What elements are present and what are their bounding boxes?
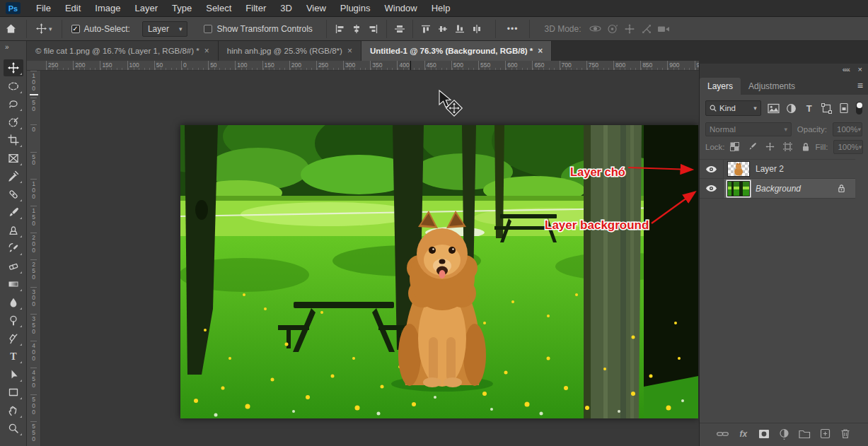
toolbar-expand-icon[interactable]: » <box>0 41 26 59</box>
object-selection-tool[interactable] <box>4 114 23 131</box>
path-selection-tool[interactable] <box>4 366 23 383</box>
marquee-tool[interactable] <box>4 78 23 95</box>
zoom-tool[interactable] <box>4 420 23 437</box>
move-tool-preset-button[interactable]: ▾ <box>31 19 57 39</box>
more-options-button[interactable]: ••• <box>500 24 526 34</box>
menu-item[interactable]: Layer <box>128 0 166 17</box>
close-tab-icon[interactable]: × <box>538 46 543 56</box>
history-brush-tool[interactable] <box>4 240 23 257</box>
filter-toggle-switch[interactable] <box>856 102 862 115</box>
move-tool[interactable] <box>4 59 23 76</box>
filter-smart-objects-icon[interactable] <box>838 102 850 115</box>
3d-camera-icon[interactable] <box>655 21 672 37</box>
3d-roll-icon[interactable] <box>604 21 621 37</box>
menu-item[interactable]: Select <box>199 0 238 17</box>
3d-slide-icon[interactable] <box>638 21 655 37</box>
lock-transparency-icon[interactable] <box>729 141 741 153</box>
3d-pan-icon[interactable] <box>621 21 638 37</box>
layer-row-background[interactable]: Background <box>700 179 855 199</box>
delete-layer-button[interactable] <box>840 428 852 440</box>
menu-item[interactable]: Plugins <box>333 0 378 17</box>
menu-item[interactable]: Filter <box>238 0 273 17</box>
filter-adjustment-layers-icon[interactable] <box>786 102 797 115</box>
layer-row-layer2[interactable]: Layer 2 <box>700 159 855 179</box>
blend-mode-dropdown[interactable]: Normal ▾ <box>705 122 792 136</box>
visibility-toggle-background[interactable] <box>700 179 724 198</box>
3d-orbit-icon[interactable] <box>587 21 604 37</box>
horizontal-ruler[interactable]: 2502001501005005010015020025030035040045… <box>27 61 699 71</box>
close-tab-icon[interactable]: × <box>204 46 209 56</box>
lock-position-icon[interactable] <box>765 141 776 153</box>
ruler-tick-label: 650 <box>532 61 559 70</box>
align-right-edges-button[interactable] <box>365 21 382 37</box>
distribute-vertical-centers-button[interactable] <box>391 21 408 37</box>
menu-item[interactable]: Help <box>424 0 458 17</box>
filter-pixel-layers-icon[interactable] <box>768 102 780 115</box>
lock-all-icon[interactable] <box>800 141 811 153</box>
type-tool[interactable]: T <box>4 348 23 365</box>
frame-tool[interactable] <box>4 150 23 167</box>
hand-tool[interactable] <box>4 402 23 419</box>
gradient-tool[interactable] <box>4 276 23 293</box>
menu-item[interactable]: Edit <box>58 0 88 17</box>
document-tab[interactable]: © file cat 1.png @ 16.7% (Layer 1, RGB/8… <box>27 41 219 61</box>
spot-healing-brush-tool[interactable] <box>4 186 23 203</box>
filter-type-layers-icon[interactable]: T <box>804 102 815 115</box>
eyedropper-tool[interactable] <box>4 168 23 184</box>
align-bottom-edges-button[interactable] <box>451 21 468 37</box>
brush-tool[interactable] <box>4 204 23 221</box>
menu-item[interactable]: Type <box>165 0 199 17</box>
close-panel-icon[interactable]: × <box>858 65 862 74</box>
auto-select-target-dropdown[interactable]: Layer ▾ <box>142 21 188 37</box>
fill-field[interactable]: 100% ▾ <box>833 140 863 154</box>
layer-name-background[interactable]: Background <box>756 184 801 194</box>
filter-shape-layers-icon[interactable] <box>821 102 833 115</box>
eraser-tool[interactable] <box>4 258 23 275</box>
document-tab[interactable]: hinh anh.jpg @ 25.3% (RGB/8*) × <box>219 41 361 61</box>
lock-artboard-icon[interactable] <box>782 141 794 153</box>
new-layer-button[interactable] <box>820 428 831 440</box>
show-transform-controls-checkbox[interactable]: Show Transform Controls <box>199 19 317 39</box>
opacity-field[interactable]: 100% ▾ <box>833 122 862 136</box>
menu-item[interactable]: File <box>29 0 58 17</box>
align-vertical-centers-button[interactable] <box>434 21 451 37</box>
align-horizontal-centers-button[interactable] <box>348 21 365 37</box>
layer-effects-button[interactable]: fx <box>738 428 749 440</box>
home-button[interactable] <box>0 19 22 39</box>
collapse-panel-icon[interactable]: «« <box>843 65 850 74</box>
menu-item[interactable]: 3D <box>273 0 299 17</box>
pen-tool[interactable] <box>4 330 23 347</box>
add-layer-mask-button[interactable] <box>758 428 770 440</box>
lasso-tool[interactable] <box>4 95 23 112</box>
menu-item[interactable]: Window <box>377 0 424 17</box>
blur-tool[interactable] <box>4 294 23 311</box>
clone-stamp-tool[interactable] <box>4 222 23 239</box>
ruler-tick-label: 550 <box>478 61 505 70</box>
layer-thumbnail-layer2[interactable] <box>727 161 750 177</box>
visibility-toggle-layer2[interactable] <box>700 160 724 178</box>
ruler-tick-label: 350 <box>370 61 397 70</box>
document-tab[interactable]: Untitled-1 @ 76.3% (Background, RGB/8) *… <box>361 41 552 61</box>
rectangle-tool[interactable] <box>4 384 23 401</box>
tab-layers[interactable]: Layers <box>700 78 741 95</box>
new-group-button[interactable] <box>799 428 811 440</box>
link-layers-button[interactable] <box>717 428 729 440</box>
layer-name-layer2[interactable]: Layer 2 <box>756 164 784 174</box>
distribute-horizontal-centers-button[interactable] <box>468 21 485 37</box>
filter-kind-dropdown[interactable]: Kind ▾ <box>705 100 761 116</box>
lock-pixels-icon[interactable] <box>747 141 758 153</box>
align-top-edges-button[interactable] <box>417 21 434 37</box>
canvas-image[interactable] <box>180 125 698 418</box>
layer-thumbnail-background[interactable] <box>727 181 750 196</box>
align-left-edges-button[interactable] <box>331 21 348 37</box>
panel-menu-icon[interactable]: ≡ <box>857 80 863 91</box>
close-tab-icon[interactable]: × <box>347 46 352 56</box>
crop-tool[interactable] <box>4 131 23 148</box>
auto-select-checkbox[interactable]: ✓ Auto-Select: <box>66 19 135 39</box>
dodge-tool[interactable] <box>4 312 23 329</box>
new-adjustment-layer-button[interactable] <box>779 428 790 440</box>
menu-item[interactable]: Image <box>88 0 127 17</box>
tab-adjustments[interactable]: Adjustments <box>741 78 803 95</box>
menu-item[interactable]: View <box>299 0 333 17</box>
vertical-ruler[interactable]: 10050050100150200250300350400450500550 <box>27 71 41 446</box>
